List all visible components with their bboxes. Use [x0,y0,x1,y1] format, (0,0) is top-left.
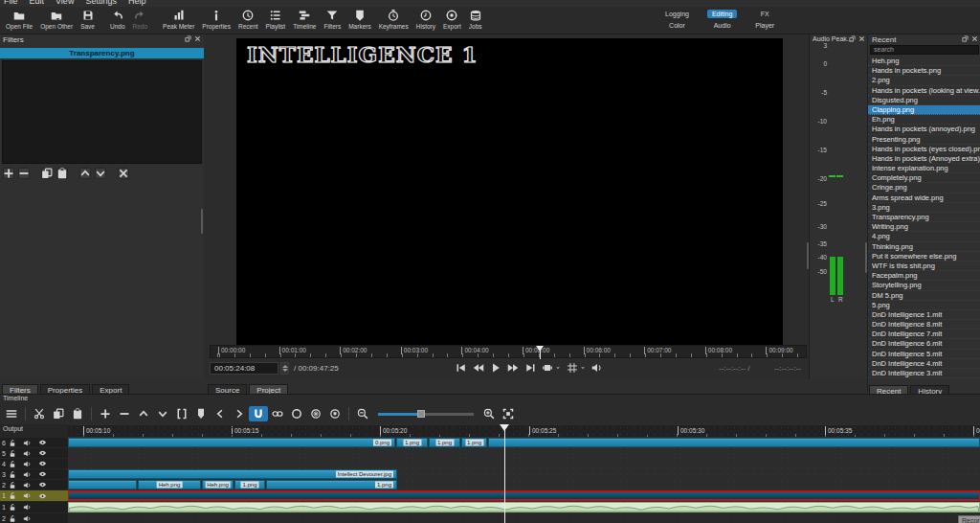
recent-item[interactable]: Hands in pockets (Annoyed extra)... [868,154,980,164]
unlock-icon[interactable] [9,481,16,489]
timecode-spinner[interactable] [280,362,289,375]
timeline-playhead[interactable] [504,424,505,523]
recent-item[interactable]: Presenting.png [868,135,980,145]
unlock-icon[interactable] [9,470,16,479]
speaker-icon[interactable] [23,514,32,523]
toolbar-export-button[interactable]: Export [439,8,465,31]
zoom-slider-thumb[interactable] [417,410,425,418]
save-icon[interactable] [82,9,94,22]
peak-meter-icon[interactable] [173,9,185,22]
unlock-icon[interactable] [9,449,16,458]
recent-item[interactable]: Thinking.png [868,242,980,252]
copy-button[interactable] [49,406,68,421]
recent-icon[interactable] [242,9,254,22]
splitter-handle[interactable] [201,209,203,234]
open-file-icon[interactable] [13,9,25,22]
recent-item[interactable]: Hands in pockets.png [868,66,980,76]
move-filter-down-button[interactable] [95,168,106,179]
recent-item[interactable]: DnD Intelligence 6.mlt [868,339,980,349]
clip-heh-png[interactable]: Heh.png [138,480,201,489]
zoom-fit-button[interactable] [499,406,518,421]
recent-item[interactable]: Hands in pockets (looking at view... [868,86,980,96]
loop-button[interactable] [542,362,561,374]
toolbar-open-file-button[interactable]: Open File [2,8,36,31]
unlock-icon[interactable] [9,439,16,447]
prev-marker-button[interactable] [211,406,230,421]
append-button[interactable] [96,406,115,421]
recent-item[interactable]: Hands in pockets (annoyed).png [868,125,980,134]
lift-button[interactable] [134,406,153,421]
layout-player-button[interactable]: Player [750,21,779,30]
ripple-button[interactable] [287,406,306,421]
keyframes-icon[interactable] [388,9,399,22]
track-head-a1[interactable]: 1 [0,502,68,512]
clip-1-png[interactable]: 1.png [234,480,265,489]
unlock-icon[interactable] [9,460,16,468]
jobs-icon[interactable] [470,9,481,22]
recent-item[interactable]: Eh.png [868,115,980,125]
clip[interactable] [68,490,980,501]
next-marker-button[interactable] [230,406,249,421]
track-head-a2[interactable]: 2 [0,513,68,523]
clip[interactable] [488,438,980,447]
ripple-markers-button[interactable] [325,406,345,421]
clip[interactable] [68,502,980,512]
undock-icon[interactable] [962,35,969,42]
cut-button[interactable] [30,406,49,421]
play-button[interactable] [490,362,501,374]
eye-icon[interactable] [38,481,47,489]
recent-item[interactable]: Heh.png [868,57,980,66]
track-head-v5[interactable]: 5 [0,448,68,458]
clip-1-png[interactable]: 1.png [266,480,397,489]
close-icon[interactable] [971,35,978,42]
unlock-icon[interactable] [9,514,16,523]
paste-button[interactable] [68,406,87,421]
toolbar-history-button[interactable]: History [412,8,439,31]
menu-file[interactable]: File [4,0,18,6]
clip-heh-png[interactable]: Heh.png [202,480,234,489]
menu-settings[interactable]: Settings [85,0,117,6]
filters-icon[interactable] [326,9,338,22]
track-head-v3[interactable]: 3 [0,469,68,479]
recent-item[interactable]: DnD Intelligence 5.mlt [868,350,980,359]
speaker-icon[interactable] [23,449,32,458]
recent-item[interactable]: Clapping.png [868,105,980,115]
toolbar-markers-button[interactable]: Markers [345,8,374,31]
recent-item[interactable]: Disgusted.png [868,96,980,105]
history-icon[interactable] [420,9,432,22]
eye-icon[interactable] [38,492,47,500]
toolbar-open-other-button[interactable]: Open Other [36,8,77,31]
add-filter-button[interactable] [3,168,14,179]
recent-item[interactable]: 3.png [868,203,980,213]
undock-icon[interactable] [185,35,191,42]
toolbar-save-button[interactable]: Save [77,8,99,31]
speaker-icon[interactable] [23,439,32,447]
open-other-icon[interactable] [51,9,62,22]
remove-filter-button[interactable] [18,168,30,179]
track-head-v2[interactable]: 2 [0,480,68,489]
recent-item[interactable]: Writing.png [868,222,980,232]
toolbar-jobs-button[interactable]: Jobs [465,8,486,31]
toolbar-timeline-button[interactable]: Timeline [289,8,320,31]
recent-item[interactable]: Cringe.png [868,183,980,193]
timeline-menu-button[interactable] [2,406,21,421]
clip[interactable] [68,480,137,489]
recent-item[interactable]: 5.png [868,301,980,310]
recent-item[interactable]: DnD Intelligence 1.mlt [868,310,980,320]
layout-editing-button[interactable]: Editing [707,10,737,18]
search-input[interactable]: search [870,45,979,55]
fast-forward-button[interactable] [507,362,519,374]
video-preview[interactable]: INTELLIGENCE 1 [236,38,783,345]
toolbar-undo-button[interactable]: Undo [106,8,129,31]
layout-fx-button[interactable]: FX [756,10,774,18]
toolbar-peak-meter-button[interactable]: Peak Meter [159,8,198,31]
recent-item[interactable]: DnD Intelligence 8.mlt [868,320,980,330]
toolbar-redo-button[interactable]: Redo [129,8,152,31]
zoom-out-button[interactable] [353,406,372,421]
layout-audio-button[interactable]: Audio [709,21,736,30]
undo-icon[interactable] [112,9,123,22]
recent-item[interactable]: DnD Intelligence 4.mlt [868,359,980,369]
speaker-icon[interactable] [23,481,32,489]
recent-item[interactable]: Facepalm.png [868,271,980,281]
snap-button[interactable] [249,406,268,421]
